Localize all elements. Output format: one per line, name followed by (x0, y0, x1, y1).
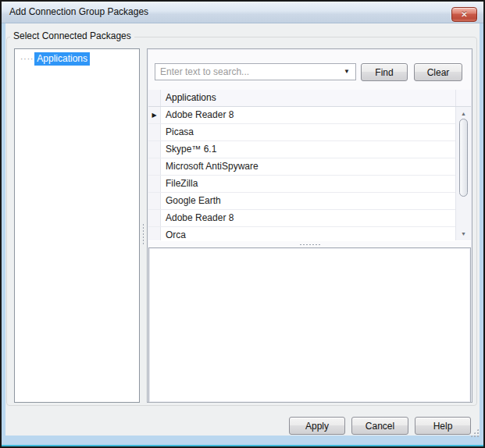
scrollbar-thumb[interactable] (459, 119, 468, 197)
horizontal-splitter[interactable] (148, 241, 471, 247)
applications-grid: Applications ▶ Adobe Reader 8 Picasa Sky… (148, 90, 471, 241)
group-box-label: Select Connected Packages (10, 30, 134, 42)
row-selector-cell[interactable] (148, 141, 161, 158)
grid-row[interactable]: FileZilla (148, 176, 455, 193)
grid-row[interactable]: Microsoft AntiSpyware (148, 158, 455, 176)
row-selector-cell[interactable] (148, 176, 161, 192)
row-selector-cell[interactable] (148, 158, 161, 175)
grid-row[interactable]: Picasa (148, 124, 455, 141)
grid-header: Applications (148, 90, 471, 107)
splitter-grip-icon (142, 223, 144, 244)
dialog-title: Add Connection Group Packages (9, 2, 148, 23)
splitter-grip-icon (299, 244, 321, 246)
row-marker-icon: ▶ (152, 112, 156, 119)
apply-button[interactable]: Apply (289, 417, 345, 435)
close-icon: ✕ (461, 10, 467, 19)
scrollbar-header-spacer (456, 90, 471, 106)
grid-body: ▶ Adobe Reader 8 Picasa Skype™ 6.1 Micro… (148, 107, 471, 240)
grid-rows: ▶ Adobe Reader 8 Picasa Skype™ 6.1 Micro… (148, 107, 455, 240)
grid-row[interactable]: Adobe Reader 8 (148, 210, 455, 227)
tree-branch-dots: ···· (20, 55, 34, 63)
clear-button[interactable]: Clear (414, 63, 462, 81)
grid-row[interactable]: Orca (148, 227, 455, 240)
row-selector-header (148, 90, 161, 106)
window-bottom-accent (2, 445, 483, 446)
grid-row[interactable]: Skype™ 6.1 (148, 141, 455, 158)
details-panel (148, 247, 471, 403)
scroll-down-icon[interactable]: ▼ (456, 228, 471, 240)
grid-cell[interactable]: Adobe Reader 8 (161, 210, 455, 226)
row-selector-cell[interactable]: ▶ (148, 107, 161, 123)
grid-cell[interactable]: Skype™ 6.1 (161, 141, 455, 158)
dialog-body: Select Connected Packages ···· Applicati… (5, 23, 480, 436)
help-button[interactable]: Help (415, 417, 471, 435)
grid-scrollbar[interactable]: ▲ ▼ (455, 107, 471, 240)
scroll-up-icon[interactable]: ▲ (456, 108, 471, 119)
row-selector-cell[interactable] (148, 193, 161, 209)
package-tree[interactable]: ···· Applications (14, 48, 140, 403)
vertical-splitter[interactable] (140, 48, 147, 403)
cancel-button[interactable]: Cancel (351, 417, 408, 435)
grid-cell[interactable]: Google Earth (161, 193, 455, 209)
grid-cell[interactable]: Orca (161, 227, 455, 240)
resize-grip-icon[interactable] (470, 428, 479, 437)
grid-cell[interactable]: Picasa (161, 124, 455, 140)
close-button[interactable]: ✕ (451, 7, 477, 22)
grid-row[interactable]: Google Earth (148, 193, 455, 210)
grid-cell[interactable]: Adobe Reader 8 (161, 107, 455, 123)
grid-cell[interactable]: Microsoft AntiSpyware (161, 158, 455, 175)
row-selector-cell[interactable] (148, 124, 161, 140)
titlebar[interactable]: Add Connection Group Packages ✕ (2, 2, 483, 23)
search-dropdown-icon[interactable]: ▼ (339, 63, 355, 80)
tree-item-label[interactable]: Applications (34, 52, 90, 66)
grid-row[interactable]: ▶ Adobe Reader 8 (148, 107, 455, 124)
column-header-applications[interactable]: Applications (161, 90, 456, 106)
dialog-window: Add Connection Group Packages ✕ Select C… (0, 0, 485, 448)
row-selector-cell[interactable] (148, 210, 161, 226)
tree-item[interactable]: ···· Applications (15, 52, 139, 65)
row-selector-cell[interactable] (148, 227, 161, 240)
find-button[interactable]: Find (361, 63, 408, 81)
search-input[interactable] (155, 63, 356, 80)
packages-panel: ▼ Find Clear Applications ▶ Adobe Reader… (147, 48, 473, 403)
grid-cell[interactable]: FileZilla (161, 176, 455, 192)
